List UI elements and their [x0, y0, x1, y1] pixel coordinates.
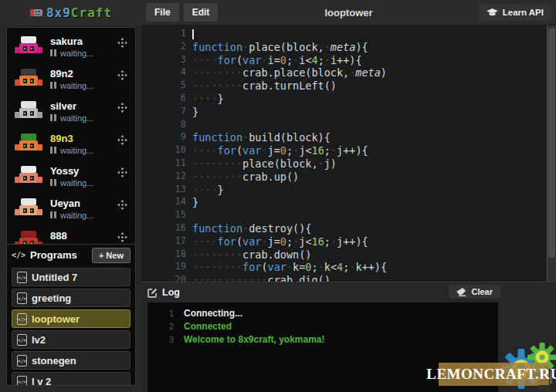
- program-file-icon: </>: [17, 292, 27, 304]
- program-item[interactable]: </>looptower: [12, 309, 131, 328]
- log-entry: 2 Connected: [147, 320, 498, 333]
- edit-log-icon: [147, 288, 158, 298]
- player-status: waiting...: [50, 113, 93, 123]
- line-number: 17: [141, 235, 186, 248]
- player-row[interactable]: sakura waiting...: [7, 30, 135, 63]
- program-item[interactable]: </>greeting: [12, 289, 131, 307]
- player-row[interactable]: silver waiting...: [7, 95, 135, 127]
- player-info: silver waiting...: [50, 100, 93, 123]
- code-editor[interactable]: 1 2function·place(block,·meta){ 3····for…: [141, 25, 556, 282]
- pause-icon: [50, 211, 56, 218]
- player-name: sakura: [50, 35, 93, 47]
- player-row[interactable]: 89n3 waiting...: [7, 127, 135, 160]
- programs-panel: </> Programs + New </>Untitled 7 </>gree…: [6, 244, 136, 386]
- code-line: 4········crab.place(block,·meta): [141, 66, 556, 79]
- log-line-number: 1: [147, 307, 174, 320]
- player-row[interactable]: 89n2 waiting...: [7, 63, 135, 95]
- text-cursor: [192, 29, 194, 39]
- file-menu-button[interactable]: File: [146, 3, 179, 22]
- locate-player-icon[interactable]: [117, 200, 127, 210]
- program-file-icon: </>: [17, 313, 27, 325]
- program-item-label: lv2: [32, 334, 46, 346]
- watermark-tag: [538, 385, 550, 391]
- edit-menu-button[interactable]: Edit: [184, 3, 219, 22]
- program-item[interactable]: </>stonegen: [12, 351, 131, 370]
- line-number: 4: [141, 66, 186, 79]
- code-line: 13····}: [141, 184, 556, 197]
- main-area: looptower File Edit Learn API 1 2functio…: [141, 0, 556, 392]
- robot-avatar: [15, 132, 42, 155]
- code-line: 14}: [141, 196, 556, 209]
- pause-icon: [50, 147, 56, 154]
- player-name: 89n3: [50, 133, 93, 144]
- watermark-text: LEMONCRAFT.RU: [426, 366, 556, 383]
- program-item-label: l v 2: [32, 376, 51, 387]
- player-status: waiting...: [50, 146, 93, 155]
- player-info: Ueyan waiting...: [50, 198, 93, 220]
- code-line: 1: [141, 28, 556, 41]
- logo-part-craft: Craft: [71, 5, 112, 20]
- locate-player-icon[interactable]: [117, 232, 127, 242]
- code-line: 3····for(var·i=0;·i<4;·i++){: [141, 54, 556, 67]
- logo-part-8x9: 8x9: [46, 5, 71, 20]
- svg-text:</>: </>: [18, 337, 26, 343]
- watermark-strip: [550, 371, 552, 384]
- player-name: 888: [50, 230, 93, 242]
- clear-log-button[interactable]: Clear: [449, 285, 500, 299]
- scrollbar-thumb[interactable]: [548, 28, 555, 258]
- line-number: 11: [141, 157, 186, 171]
- logo-text: 8x9Craft: [46, 5, 112, 20]
- line-number: 8: [141, 119, 186, 132]
- program-file-icon: </>: [17, 272, 27, 283]
- watermark-banner: LEMONCRAFT.RU: [439, 363, 549, 386]
- program-item[interactable]: </>l v 2: [12, 372, 131, 386]
- locate-player-icon[interactable]: [117, 70, 127, 80]
- player-row[interactable]: 888 waiting...: [7, 225, 135, 246]
- line-number: 1: [141, 28, 186, 41]
- line-number: 5: [141, 79, 186, 93]
- line-number: 16: [141, 222, 186, 235]
- player-row[interactable]: Ueyan waiting...: [7, 192, 135, 225]
- log-message: Welcome to 8x9craft, yokmama!: [184, 333, 325, 346]
- program-item[interactable]: </>lv2: [12, 330, 131, 349]
- locate-player-icon[interactable]: [117, 167, 127, 177]
- editor-scrollbar[interactable]: [547, 25, 556, 282]
- line-number: 10: [141, 144, 186, 157]
- code-line: 16function·destroy(){: [141, 222, 556, 235]
- line-number: 2: [141, 41, 186, 54]
- line-number: 6: [141, 93, 186, 106]
- pause-icon: [50, 82, 56, 89]
- log-entry: 1 Connecting...: [147, 307, 498, 320]
- code-line: 17····for(var·j=0;·j<16;·j++){: [141, 235, 556, 248]
- program-item-label: greeting: [32, 292, 71, 304]
- code-area[interactable]: 1 2function·place(block,·meta){ 3····for…: [141, 28, 556, 282]
- robot-avatar: [15, 67, 42, 90]
- locate-player-icon[interactable]: [117, 135, 127, 145]
- program-item[interactable]: </>Untitled 7: [12, 268, 131, 286]
- code-line: 15: [141, 209, 556, 222]
- code-line: 8: [141, 119, 556, 132]
- player-name: silver: [50, 100, 93, 112]
- line-number: 18: [141, 248, 186, 262]
- log-entry: 3 Welcome to 8x9craft, yokmama!: [147, 333, 498, 346]
- program-file-icon: </>: [17, 376, 27, 387]
- locate-player-icon[interactable]: [117, 103, 127, 113]
- locate-player-icon[interactable]: [117, 38, 127, 48]
- learn-api-button[interactable]: Learn API: [479, 4, 551, 21]
- line-number: 7: [141, 106, 186, 119]
- code-brackets-icon: </>: [12, 251, 25, 259]
- player-row[interactable]: Yossy waiting...: [7, 160, 135, 192]
- code-line: 11········place(block,·j): [141, 157, 556, 171]
- svg-text:</>: </>: [18, 379, 26, 384]
- line-number: 19: [141, 261, 186, 274]
- clear-label: Clear: [471, 287, 493, 296]
- player-info: 89n3 waiting...: [50, 133, 93, 155]
- robot-logo-icon: [29, 8, 43, 18]
- program-item-label: Untitled 7: [32, 272, 77, 283]
- code-line: 2function·place(block,·meta){: [141, 41, 556, 54]
- code-line: 10····for(var·j=0;·j<16;·j++){: [141, 144, 556, 157]
- new-program-button[interactable]: + New: [92, 248, 131, 263]
- svg-text:</>: </>: [18, 296, 26, 301]
- player-status: waiting...: [50, 81, 93, 90]
- log-line-number: 2: [147, 320, 174, 333]
